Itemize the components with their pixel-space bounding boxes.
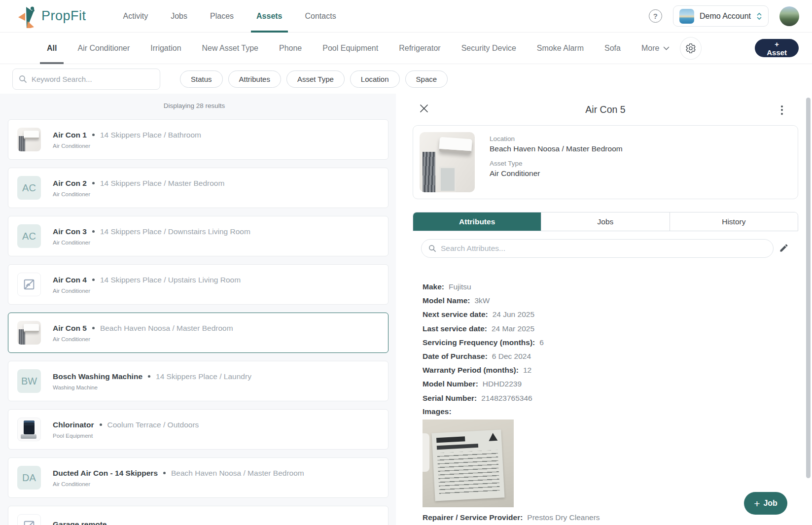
asset-initials-thumbnail: DA <box>17 466 41 490</box>
add-asset-button[interactable]: + Asset <box>755 39 799 57</box>
asset-type-label: Air Conditioner <box>53 336 233 342</box>
asset-location: Coolum Terrace / Outdoors <box>107 420 199 429</box>
chevron-up-down-icon <box>756 12 762 21</box>
asset-card-air-con-5[interactable]: Air Con 5 Beach Haven Noosa / Master Bed… <box>8 313 388 353</box>
attr-label: Serial Number: <box>423 391 477 405</box>
attribute-row: Model Number:HDHD2239 <box>423 377 792 391</box>
asset-initials-thumbnail: AC <box>17 224 41 248</box>
app-logo[interactable]: PropFit <box>0 4 86 28</box>
asset-name: Bosch Washing Machine <box>53 372 142 381</box>
top-header: PropFit Activity Jobs Places Assets Cont… <box>0 0 812 33</box>
type-tab-pool-equipment[interactable]: Pool Equipment <box>312 33 388 64</box>
asset-info-card: Location Beach Haven Noosa / Master Bedr… <box>413 125 798 199</box>
tab-jobs[interactable]: Jobs <box>541 212 669 231</box>
nav-item-contacts[interactable]: Contacts <box>294 0 348 33</box>
type-tab-sofa[interactable]: Sofa <box>594 33 631 64</box>
account-name: Demo Account <box>700 12 751 21</box>
filter-chips: Status Attributes Asset Type Location Sp… <box>180 70 448 88</box>
asset-card-air-con-2[interactable]: AC Air Con 2 14 Skippers Place / Master … <box>8 168 388 208</box>
header-actions: ? Demo Account <box>649 5 812 27</box>
type-tab-refrigerator[interactable]: Refrigerator <box>388 33 451 64</box>
user-avatar[interactable] <box>779 6 799 26</box>
add-job-button[interactable]: + Job <box>744 492 787 515</box>
filter-chip-asset-type[interactable]: Asset Type <box>286 70 345 88</box>
asset-card-ducted-air-con[interactable]: DA Ducted Air Con - 14 Skippers Beach Ha… <box>8 457 388 498</box>
asset-type-label: Pool Equipment <box>53 433 199 439</box>
dot-separator <box>92 279 95 281</box>
nav-item-activity[interactable]: Activity <box>112 0 160 33</box>
attr-value: 12 <box>523 363 531 377</box>
edit-pencil-icon[interactable] <box>777 242 790 254</box>
help-icon[interactable]: ? <box>649 9 662 23</box>
asset-type-label: Air Conditioner <box>53 143 201 149</box>
images-label: Images: <box>423 405 792 418</box>
asset-photo-thumbnail <box>17 418 41 441</box>
dot-separator <box>92 182 95 184</box>
asset-card-garage-remote[interactable]: Garage remote <box>8 506 388 525</box>
asset-name: Air Con 4 <box>53 276 87 284</box>
tab-attributes[interactable]: Attributes <box>413 212 541 231</box>
detail-scrollbar[interactable] <box>806 98 811 478</box>
asset-name: Ducted Air Con - 14 Skippers <box>53 469 158 478</box>
repairer-label: Repairer / Service Provider: <box>423 513 523 522</box>
content-area: Displaying 28 results Air Con 1 14 Skipp… <box>0 94 812 525</box>
attribute-row: Last service date:24 Mar 2025 <box>423 322 792 336</box>
settings-button[interactable] <box>680 37 702 60</box>
type-tab-phone[interactable]: Phone <box>269 33 312 64</box>
type-tab-irrigation[interactable]: Irrigation <box>140 33 191 64</box>
attr-value: HDHD2239 <box>483 377 522 391</box>
account-selector[interactable]: Demo Account <box>673 5 769 27</box>
attribute-row: Date of Purchase:6 Dec 2024 <box>423 350 792 363</box>
asset-detail-pane: Air Con 5 Location Beach Haven Noosa / M… <box>396 94 812 525</box>
type-tab-air-conditioner[interactable]: Air Conditioner <box>67 33 140 64</box>
repairer-row: Repairer / Service Provider: Prestos Dry… <box>423 513 792 522</box>
asset-label-photo[interactable] <box>423 420 514 507</box>
type-tab-all[interactable]: All <box>36 33 67 64</box>
filter-chip-space[interactable]: Space <box>405 70 448 88</box>
attribute-row: Model Name:3kW <box>423 294 792 308</box>
results-summary: Displaying 28 results <box>0 102 388 109</box>
asset-card-chlorinator[interactable]: Chlorinator Coolum Terrace / Outdoors Po… <box>8 409 388 450</box>
keyword-search-input[interactable] <box>32 75 154 83</box>
attr-label: Model Number: <box>423 377 478 391</box>
attributes-list: Make:Fujitsu Model Name:3kW Next service… <box>423 280 792 522</box>
broken-image-icon <box>17 514 41 525</box>
kebab-menu-icon[interactable] <box>777 104 787 116</box>
asset-name: Garage remote <box>53 520 106 525</box>
attr-value: 214823765346 <box>481 391 532 405</box>
nav-item-places[interactable]: Places <box>199 0 245 33</box>
dot-separator <box>92 327 95 329</box>
asset-location: 14 Skippers Place / Upstairs Living Room <box>100 276 241 284</box>
attribute-search-box <box>421 239 774 258</box>
asset-card-air-con-3[interactable]: AC Air Con 3 14 Skippers Place / Downsta… <box>8 216 388 256</box>
asset-card-air-con-1[interactable]: Air Con 1 14 Skippers Place / Bathroom A… <box>8 119 388 160</box>
asset-card-air-con-4[interactable]: Air Con 4 14 Skippers Place / Upstairs L… <box>8 264 388 305</box>
attr-label: Next service date: <box>423 308 488 321</box>
type-tab-more[interactable]: More <box>631 33 680 64</box>
filter-chip-attributes[interactable]: Attributes <box>228 70 281 88</box>
tab-history[interactable]: History <box>670 212 798 231</box>
search-icon <box>19 75 27 83</box>
attr-label: Servicing Frequency (months): <box>423 336 535 350</box>
dot-separator <box>163 472 166 474</box>
location-value: Beach Haven Noosa / Master Bedroom <box>490 144 623 153</box>
brand-name: PropFit <box>41 8 86 24</box>
type-tab-smoke-alarm[interactable]: Smoke Alarm <box>527 33 594 64</box>
detail-title: Air Con 5 <box>413 104 798 115</box>
asset-location: Beach Haven Noosa / Master Bedroom <box>100 324 233 333</box>
type-tab-new-asset-type[interactable]: New Asset Type <box>192 33 269 64</box>
attr-label: Model Name: <box>423 294 470 308</box>
filter-chip-status[interactable]: Status <box>180 70 223 88</box>
attribute-search-input[interactable] <box>441 244 766 253</box>
type-tab-security-device[interactable]: Security Device <box>451 33 527 64</box>
asset-card-bosch-washing-machine[interactable]: BW Bosch Washing Machine 14 Skippers Pla… <box>8 361 388 401</box>
filter-chip-location[interactable]: Location <box>350 70 400 88</box>
nav-item-assets[interactable]: Assets <box>245 0 293 33</box>
asset-type-bar: All Air Conditioner Irrigation New Asset… <box>0 33 812 64</box>
dot-separator <box>100 423 102 426</box>
nav-item-jobs[interactable]: Jobs <box>159 0 199 33</box>
dot-separator <box>148 375 150 378</box>
asset-type-label: Air Conditioner <box>53 240 250 245</box>
asset-photo-thumbnail <box>17 321 41 345</box>
attr-label: Make: <box>423 280 444 294</box>
